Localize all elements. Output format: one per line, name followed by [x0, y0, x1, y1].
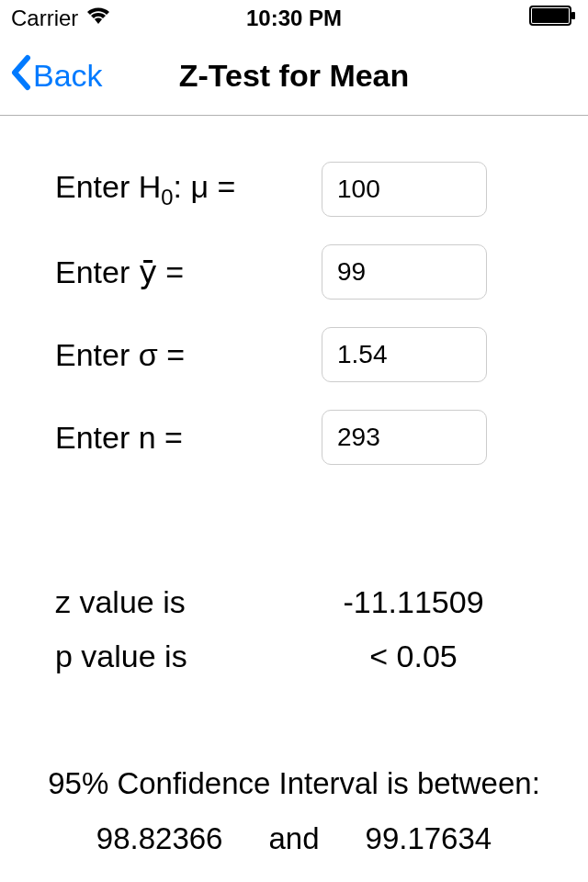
content-area: Enter H0: μ = Enter ȳ = Enter σ = Enter … — [0, 116, 588, 856]
battery-icon — [529, 6, 577, 31]
form-row-sigma: Enter σ = — [37, 327, 551, 382]
n-input[interactable] — [322, 410, 487, 465]
h0-label-prefix: Enter H — [55, 169, 161, 204]
form-row-n: Enter n = — [37, 410, 551, 465]
h0-label: Enter H0: μ = — [37, 169, 322, 210]
confidence-interval-block: 95% Confidence Interval is between: 98.8… — [37, 766, 551, 856]
status-bar: Carrier 10:30 PM — [0, 0, 588, 37]
z-result-row: z value is -11.11509 — [46, 584, 542, 620]
p-label: p value is — [46, 639, 285, 674]
p-value: < 0.05 — [285, 639, 542, 674]
ci-heading: 95% Confidence Interval is between: — [37, 766, 551, 801]
sigma-label: Enter σ = — [37, 337, 322, 373]
svg-rect-2 — [571, 12, 575, 19]
sigma-input[interactable] — [322, 327, 487, 382]
form-row-h0: Enter H0: μ = — [37, 162, 551, 217]
z-label: z value is — [46, 584, 285, 620]
p-result-row: p value is < 0.05 — [46, 639, 542, 674]
chevron-left-icon — [9, 54, 31, 98]
ci-low: 98.82366 — [96, 821, 223, 856]
h0-input[interactable] — [322, 162, 487, 217]
form-row-ybar: Enter ȳ = — [37, 244, 551, 300]
back-label: Back — [33, 58, 103, 94]
ybar-input[interactable] — [322, 244, 487, 300]
n-label: Enter n = — [37, 420, 322, 456]
ci-high: 99.17634 — [366, 821, 492, 856]
ci-values: 98.82366 and 99.17634 — [37, 821, 551, 856]
results-block: z value is -11.11509 p value is < 0.05 — [37, 584, 551, 674]
status-time: 10:30 PM — [246, 6, 342, 31]
wifi-icon — [85, 6, 111, 31]
status-left: Carrier — [11, 6, 111, 31]
navigation-bar: Back Z-Test for Mean — [0, 37, 588, 116]
h0-label-suffix: : μ = — [174, 169, 236, 204]
ci-and: and — [259, 821, 328, 856]
svg-rect-1 — [532, 8, 569, 23]
z-value: -11.11509 — [285, 584, 542, 620]
h0-label-subscript: 0 — [161, 184, 173, 209]
back-button[interactable]: Back — [0, 54, 103, 98]
carrier-label: Carrier — [11, 6, 78, 31]
status-right — [529, 6, 577, 31]
ybar-label: Enter ȳ = — [37, 254, 322, 290]
page-title: Z-Test for Mean — [179, 58, 410, 94]
